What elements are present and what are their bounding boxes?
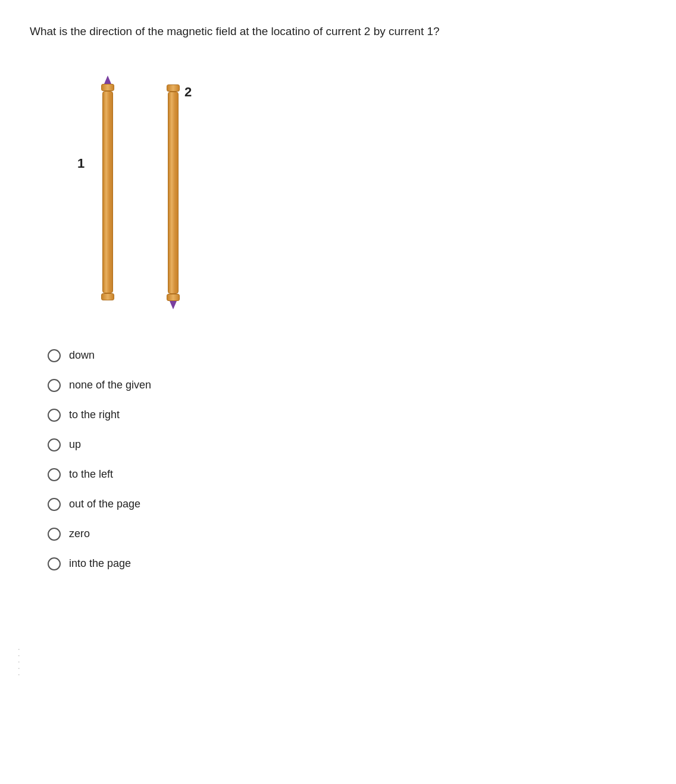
option-item-opt-none[interactable]: none of the given [48, 379, 646, 392]
diagram: 1 2 [65, 64, 274, 319]
wire1-rod [102, 91, 113, 293]
option-item-opt-left[interactable]: to the left [48, 468, 646, 481]
radio-opt-into[interactable] [48, 557, 61, 570]
wire2-rod [168, 92, 179, 294]
arrow-down-icon [170, 301, 177, 309]
wire2 [167, 84, 180, 309]
wire2-bottom-cap [167, 294, 180, 301]
radio-opt-down[interactable] [48, 349, 61, 362]
wire2-label: 2 [184, 84, 192, 100]
label-opt-out: out of the page [69, 498, 140, 510]
side-marker: . . . . . [17, 648, 25, 677]
wire1 [101, 76, 114, 300]
radio-opt-left[interactable] [48, 468, 61, 481]
wire1-label: 1 [77, 156, 84, 171]
arrow-up-icon [104, 76, 111, 84]
label-opt-into: into the page [69, 557, 131, 570]
label-opt-up: up [69, 438, 81, 451]
options-list: downnone of the givento the rightupto th… [48, 349, 646, 570]
question-text: What is the direction of the magnetic fi… [30, 24, 646, 40]
option-item-opt-up[interactable]: up [48, 438, 646, 451]
wire2-top-cap [167, 84, 180, 92]
wire1-bottom-cap [101, 293, 114, 300]
radio-opt-none[interactable] [48, 379, 61, 392]
option-item-opt-into[interactable]: into the page [48, 557, 646, 570]
label-opt-zero: zero [69, 528, 90, 540]
label-opt-none: none of the given [69, 379, 151, 391]
radio-opt-up[interactable] [48, 438, 61, 451]
radio-opt-zero[interactable] [48, 528, 61, 541]
option-item-opt-down[interactable]: down [48, 349, 646, 362]
label-opt-down: down [69, 349, 95, 362]
radio-opt-right[interactable] [48, 409, 61, 422]
wire1-top-cap [101, 84, 114, 91]
radio-opt-out[interactable] [48, 498, 61, 511]
label-opt-left: to the left [69, 468, 113, 481]
option-item-opt-out[interactable]: out of the page [48, 498, 646, 511]
option-item-opt-zero[interactable]: zero [48, 528, 646, 541]
option-item-opt-right[interactable]: to the right [48, 409, 646, 422]
label-opt-right: to the right [69, 409, 120, 421]
